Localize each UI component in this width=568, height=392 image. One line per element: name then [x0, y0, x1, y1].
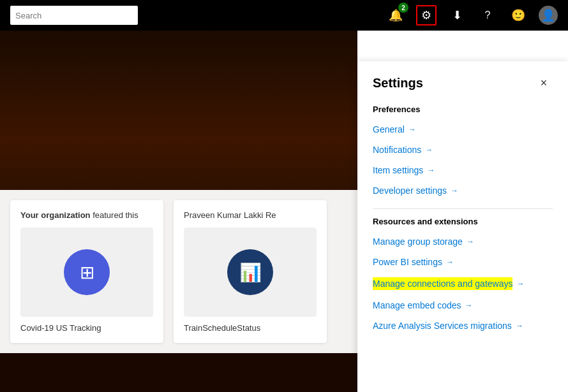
close-button[interactable]: × [535, 74, 553, 92]
power-bi-settings-arrow: → [446, 258, 454, 266]
manage-embed-codes-text: Manage embed codes [373, 300, 461, 310]
feedback-button[interactable]: 🙂 [508, 5, 528, 25]
item-settings-link-arrow: → [427, 166, 435, 175]
card-1-title-strong: Your organization [20, 210, 91, 220]
general-link-text: General [373, 124, 405, 134]
general-link-arrow: → [408, 125, 416, 134]
developer-settings-link[interactable]: Developer settings → [373, 180, 553, 201]
topbar-right: 🔔 2 ⚙ ⬇ ? 🙂 👤 [385, 5, 558, 25]
gear-icon: ⚙ [421, 8, 431, 22]
card-2-name: TrainScheduleStatus [184, 323, 317, 333]
settings-panel: Settings × Preferences General → Notific… [357, 61, 568, 392]
card-1-title: Your organization featured this [20, 210, 153, 220]
question-icon: ? [485, 10, 491, 21]
manage-embed-codes-link[interactable]: Manage embed codes → [373, 295, 553, 316]
azure-analysis-arrow: → [516, 321, 523, 330]
card-2-title: Praveen Kumar Lakki Re [184, 210, 317, 220]
azure-analysis-link[interactable]: Azure Analysis Services migrations → [373, 316, 553, 336]
preferences-label: Preferences [373, 105, 553, 114]
download-button[interactable]: ⬇ [447, 5, 467, 25]
settings-title: Settings [373, 76, 423, 91]
power-bi-settings-text: Power BI settings [373, 257, 442, 267]
item-settings-link-text: Item settings [373, 165, 423, 175]
card-2-icon-symbol: 📊 [239, 262, 262, 283]
help-button[interactable]: ? [477, 5, 498, 25]
settings-header: Settings × [373, 74, 553, 92]
manage-connections-arrow: → [516, 279, 524, 288]
manage-connections-text: Manage connections and gateways [373, 277, 512, 290]
card-1-icon-symbol: ⊞ [80, 262, 94, 283]
download-icon: ⬇ [452, 8, 462, 22]
notifications-link[interactable]: Notifications → [373, 140, 553, 160]
manage-connections-link[interactable]: Manage connections and gateways → [373, 272, 553, 295]
item-settings-link[interactable]: Item settings → [373, 160, 553, 180]
general-link[interactable]: General → [373, 119, 553, 140]
avatar-placeholder: 👤 [541, 8, 555, 22]
card-1-name: Covid-19 US Tracking [20, 323, 153, 333]
manage-group-storage-text: Manage group storage [373, 236, 463, 247]
card-2-thumbnail: 📊 [184, 228, 317, 317]
topbar-left [10, 6, 138, 25]
manage-embed-codes-arrow: → [465, 301, 473, 310]
card-1-thumbnail: ⊞ [20, 228, 153, 317]
developer-settings-link-arrow: → [451, 186, 458, 195]
search-input[interactable] [10, 6, 138, 25]
card-2-title-text: Praveen Kumar Lakki Re [184, 210, 276, 220]
power-bi-settings-link[interactable]: Power BI settings → [373, 252, 553, 272]
notification-bell-button[interactable]: 🔔 2 [385, 5, 406, 25]
notifications-link-arrow: → [425, 145, 433, 154]
card-1: Your organization featured this ⊞ Covid-… [10, 200, 163, 343]
page-content: Your organization featured this ⊞ Covid-… [0, 31, 568, 392]
main-area: Your organization featured this ⊞ Covid-… [0, 31, 357, 392]
card-1-icon: ⊞ [64, 249, 110, 295]
manage-group-storage-link[interactable]: Manage group storage → [373, 231, 553, 252]
settings-gear-button[interactable]: ⚙ [416, 5, 437, 25]
smiley-icon: 🙂 [511, 8, 525, 22]
resources-label: Resources and extensions [373, 217, 553, 226]
notifications-link-text: Notifications [373, 145, 421, 155]
notification-badge: 2 [398, 3, 408, 13]
card-2-icon: 📊 [227, 249, 273, 295]
card-1-title-suffix: featured this [91, 210, 138, 220]
avatar[interactable]: 👤 [539, 6, 558, 25]
card-2: Praveen Kumar Lakki Re 📊 TrainScheduleSt… [174, 200, 327, 343]
manage-group-storage-arrow: → [467, 237, 474, 246]
cards-area: Your organization featured this ⊞ Covid-… [0, 190, 357, 353]
azure-analysis-text: Azure Analysis Services migrations [373, 321, 512, 331]
developer-settings-link-text: Developer settings [373, 185, 447, 196]
divider [373, 208, 553, 209]
topbar: 🔔 2 ⚙ ⬇ ? 🙂 👤 [0, 0, 568, 31]
